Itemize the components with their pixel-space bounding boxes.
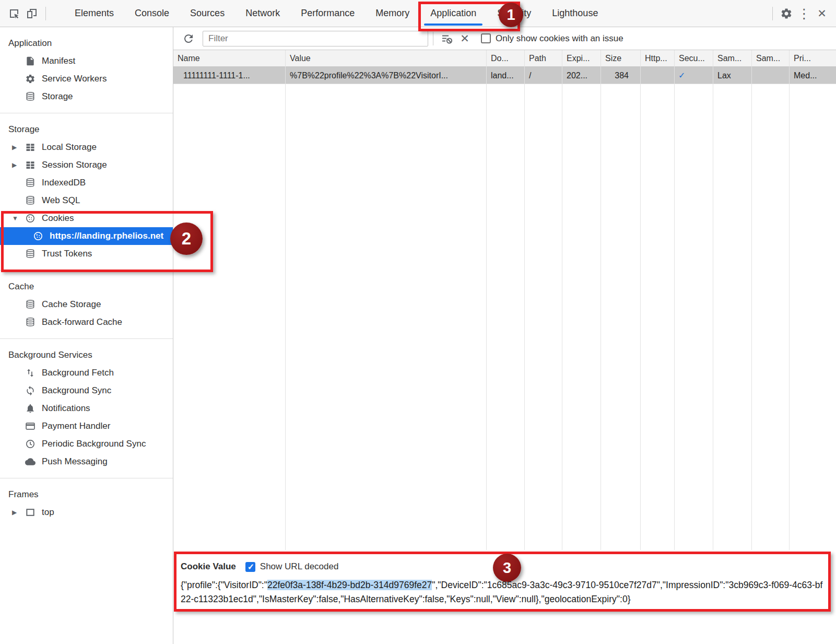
tab-network[interactable]: Network [235, 0, 290, 27]
delete-selected-icon[interactable]: ✕ [456, 30, 474, 48]
divider [45, 7, 46, 20]
cookies-table: Name 11111111-1111-1... Value %7B%22prof… [173, 50, 836, 550]
cookie-value-selected-text: 22fe0f3a-138f-4b29-bd2b-314d9769fe27 [267, 580, 432, 590]
cookie-cell-path[interactable]: / [525, 67, 562, 84]
more-options-icon[interactable]: ⋮ [795, 5, 813, 22]
sidebar-item-back-forward-cache[interactable]: Back-forward Cache [0, 313, 173, 331]
sidebar-item-manifest[interactable]: Manifest [0, 52, 173, 70]
column-size: Size 384 [601, 50, 641, 550]
tab-performance[interactable]: Performance [290, 0, 365, 27]
sidebar-item-storage[interactable]: Storage [0, 88, 173, 106]
sidebar-item-frame-top[interactable]: ▶ top [0, 504, 173, 521]
cookie-cell-samesite[interactable]: Lax [713, 67, 751, 84]
settings-gear-icon[interactable] [778, 5, 795, 22]
sidebar-item-background-fetch[interactable]: Background Fetch [0, 364, 173, 382]
cookie-cell-name[interactable]: 11111111-1111-1... [173, 67, 285, 84]
up-down-arrows-icon [25, 367, 36, 379]
sidebar-item-label: Back-forward Cache [42, 317, 122, 327]
tab-console[interactable]: Console [124, 0, 180, 27]
sidebar-item-label: Manifest [42, 56, 75, 66]
sidebar-item-cache-storage[interactable]: Cache Storage [0, 296, 173, 313]
tab-elements[interactable]: Elements [64, 0, 124, 27]
cookie-cell-expires[interactable]: 202... [562, 67, 600, 84]
cookies-panel: ✕ Only show cookies with an issue Name 1… [173, 27, 836, 644]
sidebar-item-service-workers[interactable]: Service Workers [0, 70, 173, 88]
table-grid-icon [25, 142, 36, 153]
sidebar-item-web-sql[interactable]: Web SQL [0, 192, 173, 209]
sidebar-item-periodic-background-sync[interactable]: Periodic Background Sync [0, 435, 173, 453]
sidebar-item-label: Web SQL [42, 195, 80, 206]
column-header-size[interactable]: Size [601, 50, 640, 67]
sidebar-item-notifications[interactable]: Notifications [0, 400, 173, 417]
tab-security[interactable]: Security [487, 0, 541, 27]
filter-input[interactable] [203, 31, 428, 46]
column-value: Value %7B%22profile%22%3A%7B%22VisitorI.… [286, 50, 487, 550]
device-toolbar-icon[interactable] [23, 5, 41, 22]
sidebar-section-cache: Cache Cache Storage Back-forward Cache [0, 270, 173, 338]
clear-all-cookies-icon[interactable] [438, 30, 456, 48]
column-header-httponly[interactable]: Http... [641, 50, 674, 67]
tab-memory[interactable]: Memory [365, 0, 420, 27]
tab-application[interactable]: Application [420, 0, 487, 27]
tab-lighthouse[interactable]: Lighthouse [541, 0, 608, 27]
section-title: Frames [0, 486, 173, 504]
sidebar-item-payment-handler[interactable]: Payment Handler [0, 417, 173, 435]
sidebar-item-label: Background Sync [42, 385, 111, 396]
column-header-priority[interactable]: Pri... [790, 50, 836, 67]
cookie-cell-sameparty[interactable] [752, 67, 789, 84]
cookie-value-text[interactable]: {"profile":{"VisitorID":"22fe0f3a-138f-4… [181, 578, 827, 606]
cookie-cell-secure-checkmark[interactable]: ✓ [675, 67, 713, 84]
chevron-right-icon[interactable]: ▶ [12, 504, 17, 521]
column-path: Path / [525, 50, 562, 550]
table-grid-icon [25, 159, 36, 171]
devtools-window: Elements Console Sources Network Perform… [0, 0, 836, 644]
tab-sources[interactable]: Sources [180, 0, 235, 27]
section-title: Application [0, 34, 173, 52]
cookie-icon [32, 230, 44, 242]
column-header-samesite[interactable]: Sam... [713, 50, 751, 67]
column-header-value[interactable]: Value [286, 50, 486, 67]
column-header-name[interactable]: Name [173, 50, 285, 67]
sidebar-item-cookies[interactable]: ▼ Cookies [0, 209, 173, 227]
chevron-right-icon[interactable]: ▶ [12, 156, 17, 174]
sidebar-item-trust-tokens[interactable]: Trust Tokens [0, 245, 173, 263]
column-name: Name 11111111-1111-1... [173, 50, 286, 550]
devtools-tabs: Elements Console Sources Network Perform… [64, 0, 608, 27]
sidebar-item-local-storage[interactable]: ▶ Local Storage [0, 138, 173, 156]
show-url-decoded-label: Show URL decoded [260, 561, 339, 572]
show-url-decoded-checkbox[interactable] [245, 562, 255, 572]
sidebar-item-label: Background Fetch [42, 368, 114, 378]
cookie-cell-priority[interactable]: Med... [790, 67, 836, 84]
sidebar-item-push-messaging[interactable]: Push Messaging [0, 453, 173, 471]
column-header-path[interactable]: Path [525, 50, 562, 67]
column-header-expires[interactable]: Expi... [562, 50, 600, 67]
column-header-domain[interactable]: Do... [487, 50, 524, 67]
sidebar-item-indexeddb[interactable]: IndexedDB [0, 174, 173, 192]
refresh-icon[interactable] [180, 30, 197, 48]
cookie-cell-domain[interactable]: land... [487, 67, 524, 84]
chevron-down-icon[interactable]: ▼ [12, 209, 18, 227]
sidebar-item-label: Session Storage [42, 160, 107, 170]
sidebar-item-label: Storage [42, 91, 73, 102]
cloud-icon [25, 456, 36, 467]
inspect-element-icon[interactable] [5, 5, 23, 22]
cookie-cell-value[interactable]: %7B%22profile%22%3A%7B%22VisitorI... [286, 67, 486, 84]
database-icon [25, 195, 36, 206]
database-icon [25, 248, 36, 260]
column-samesite: Sam... Lax [713, 50, 752, 550]
column-header-sameparty[interactable]: Sam... [752, 50, 789, 67]
sidebar-item-cookies-landing-rphelios[interactable]: https://landing.rphelios.net [0, 227, 173, 245]
sidebar-item-label: Cookies [42, 213, 74, 224]
sidebar-item-background-sync[interactable]: Background Sync [0, 382, 173, 400]
cookie-cell-httponly[interactable] [641, 67, 674, 84]
sidebar-item-session-storage[interactable]: ▶ Session Storage [0, 156, 173, 174]
database-icon [25, 177, 36, 189]
only-issue-checkbox[interactable] [481, 33, 491, 43]
only-issue-label: Only show cookies with an issue [496, 33, 623, 44]
cookie-cell-size[interactable]: 384 [601, 67, 640, 84]
column-header-secure[interactable]: Secu... [675, 50, 713, 67]
sidebar-item-label: https://landing.rphelios.net [50, 231, 163, 241]
chevron-right-icon[interactable]: ▶ [12, 138, 17, 156]
close-devtools-icon[interactable]: ✕ [813, 5, 831, 22]
credit-card-icon [25, 420, 36, 432]
